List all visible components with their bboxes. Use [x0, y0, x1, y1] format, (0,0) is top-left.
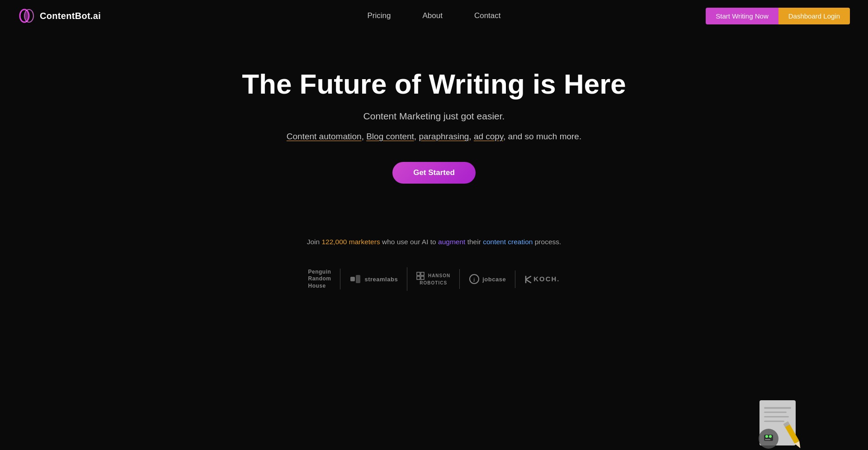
get-started-button[interactable]: Get Started	[392, 162, 476, 184]
hero-subtitle: Content Marketing just got easier.	[363, 111, 505, 122]
svg-rect-3	[350, 277, 355, 281]
brand-logos: PenguinRandomHouse streamlabs H	[9, 264, 859, 294]
svg-rect-13	[764, 412, 787, 413]
svg-point-21	[765, 435, 768, 438]
social-content-creation: content creation	[483, 238, 533, 246]
separator-2: ,	[414, 132, 419, 141]
logo[interactable]: ContentBot.ai	[18, 7, 101, 24]
header-buttons: Start Writing Now Dashboard Login	[706, 8, 850, 24]
jobcase-icon: j	[469, 274, 480, 284]
nav-pricing[interactable]: Pricing	[354, 8, 405, 24]
logo-icon	[18, 7, 35, 24]
separator-3: ,	[469, 132, 474, 141]
brand-penguin: PenguinRandomHouse	[299, 264, 340, 294]
logo-text: ContentBot.ai	[40, 11, 101, 21]
brand-streamlabs-text: streamlabs	[364, 276, 398, 283]
svg-point-19	[759, 429, 778, 449]
svg-rect-12	[764, 407, 791, 409]
feature-ad-copy[interactable]: ad copy	[474, 132, 503, 141]
brand-streamlabs: streamlabs	[340, 269, 407, 289]
hero-title: The Future of Writing is Here	[242, 68, 626, 100]
brand-jobcase: j jobcase	[459, 269, 515, 289]
svg-rect-16	[783, 422, 799, 444]
svg-text:j: j	[473, 277, 475, 282]
svg-point-2	[24, 12, 29, 20]
nav-about[interactable]: About	[409, 8, 456, 24]
social-proof-section: Join 122,000 marketers who use our AI to…	[0, 238, 868, 294]
hero-features: Content automation, Blog content, paraph…	[287, 130, 581, 143]
brand-hanson-text: HANSONROBOTICS	[416, 272, 450, 286]
svg-rect-7	[417, 276, 420, 279]
feature-blog-content[interactable]: Blog content	[366, 132, 414, 141]
brand-penguin-text: PenguinRandomHouse	[308, 269, 331, 290]
dashboard-login-button[interactable]: Dashboard Login	[778, 8, 850, 24]
brand-jobcase-text: jobcase	[482, 276, 506, 283]
bottom-illustration	[741, 391, 823, 450]
svg-rect-23	[765, 439, 770, 440]
svg-rect-14	[764, 416, 789, 417]
svg-rect-6	[421, 272, 424, 275]
svg-rect-4	[356, 275, 360, 283]
main-nav: Pricing About Contact	[354, 8, 514, 24]
brand-koch: KOCH.	[515, 270, 569, 288]
streamlabs-logo-icon	[349, 273, 361, 285]
svg-rect-8	[421, 276, 424, 279]
svg-rect-11	[760, 400, 796, 445]
brand-koch-text: KOCH.	[524, 275, 560, 284]
svg-rect-20	[764, 435, 773, 441]
social-suffix: process.	[533, 238, 561, 246]
svg-rect-18	[783, 422, 790, 427]
separator-1: ,	[362, 132, 367, 141]
feature-paraphrasing[interactable]: paraphrasing	[419, 132, 469, 141]
feature-suffix: , and so much more.	[503, 132, 581, 141]
social-proof-text: Join 122,000 marketers who use our AI to…	[9, 238, 859, 246]
header: ContentBot.ai Pricing About Contact Star…	[0, 0, 868, 32]
svg-rect-5	[417, 272, 420, 275]
hanson-grid-icon	[416, 272, 425, 280]
social-middle2: their	[465, 238, 483, 246]
svg-point-22	[769, 435, 772, 438]
social-augment: augment	[438, 238, 465, 246]
social-prefix: Join	[307, 238, 322, 246]
nav-contact[interactable]: Contact	[461, 8, 514, 24]
social-middle: who use our AI to	[380, 238, 438, 246]
brand-hanson: HANSONROBOTICS	[407, 267, 459, 291]
start-writing-button[interactable]: Start Writing Now	[706, 8, 778, 24]
hero-section: The Future of Writing is Here Content Ma…	[0, 32, 868, 294]
feature-content-automation[interactable]: Content automation	[287, 132, 362, 141]
koch-k-icon	[524, 275, 533, 284]
svg-rect-15	[764, 421, 784, 422]
svg-marker-17	[795, 441, 803, 450]
social-count: 122,000 marketers	[321, 238, 380, 246]
